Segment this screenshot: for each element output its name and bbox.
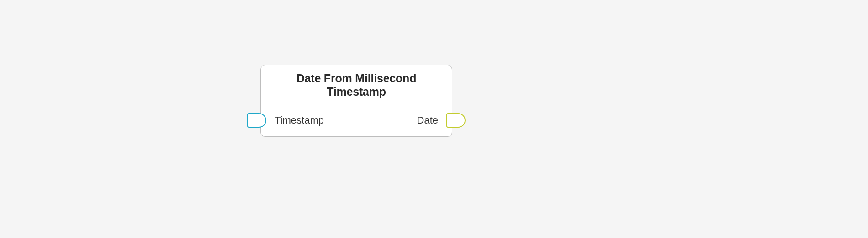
input-port-label: Timestamp bbox=[275, 114, 324, 126]
output-port-socket[interactable] bbox=[446, 113, 466, 128]
node-body: Timestamp Date bbox=[261, 104, 452, 136]
output-port-label: Date bbox=[417, 114, 438, 126]
node-canvas[interactable]: Date From Millisecond Timestamp Timestam… bbox=[0, 0, 868, 238]
node-title: Date From Millisecond Timestamp bbox=[269, 72, 444, 98]
node-header: Date From Millisecond Timestamp bbox=[261, 65, 452, 104]
node-date-from-ms-timestamp[interactable]: Date From Millisecond Timestamp Timestam… bbox=[260, 65, 452, 137]
port-row: Timestamp Date bbox=[261, 104, 452, 136]
input-port-socket[interactable] bbox=[247, 113, 266, 128]
